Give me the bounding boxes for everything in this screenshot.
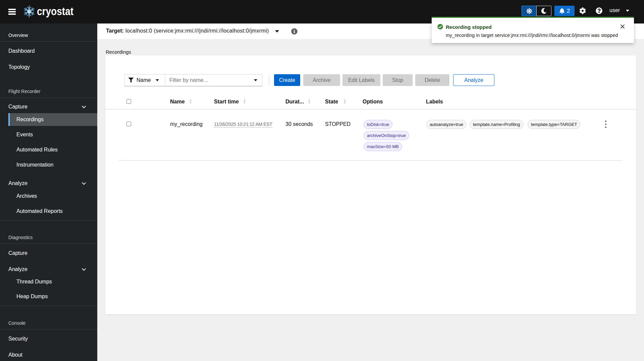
svg-text:c: c	[28, 9, 30, 14]
